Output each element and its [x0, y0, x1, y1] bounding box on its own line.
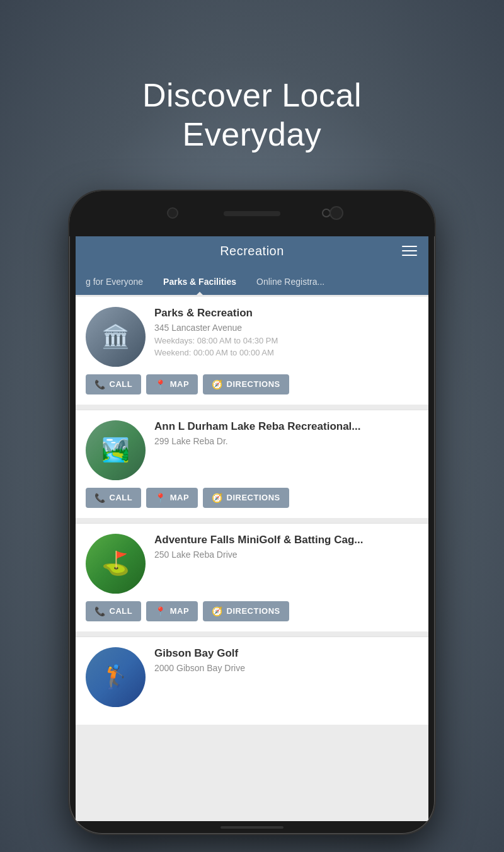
- map-label: MAP: [170, 379, 189, 389]
- location-address: 345 Lancaster Avenue: [154, 323, 418, 333]
- map-button[interactable]: 📍 MAP: [146, 374, 198, 394]
- location-name: Adventure Falls MiniGolf & Batting Cag..…: [154, 534, 418, 546]
- directions-icon: 🧭: [212, 606, 223, 616]
- phone-icon: 📞: [94, 493, 106, 503]
- phone-icon: 📞: [94, 606, 106, 616]
- tab-parks-label: Parks & Facilities: [163, 277, 236, 287]
- headline-line2: Everyday: [183, 116, 322, 153]
- list-item: Gibson Bay Golf 2000 Gibson Bay Drive: [76, 637, 428, 725]
- location-address: 250 Lake Reba Drive: [154, 550, 418, 560]
- directions-button[interactable]: 🧭 DIRECTIONS: [203, 488, 289, 508]
- list-item: Ann L Durham Lake Reba Recreational... 2…: [76, 410, 428, 518]
- directions-label: DIRECTIONS: [227, 493, 280, 502]
- location-actions: 📞 CALL 📍 MAP 🧭 DIRECTIONS: [86, 374, 418, 394]
- directions-label: DIRECTIONS: [227, 379, 280, 389]
- location-info: Adventure Falls MiniGolf & Batting Cag..…: [154, 534, 418, 561]
- map-label: MAP: [170, 493, 189, 502]
- directions-button[interactable]: 🧭 DIRECTIONS: [203, 601, 289, 621]
- home-indicator: [220, 826, 284, 829]
- call-button[interactable]: 📞 CALL: [86, 374, 141, 394]
- location-address: 2000 Gibson Bay Drive: [154, 663, 418, 673]
- phone-top-bar: [69, 191, 435, 236]
- map-button[interactable]: 📍 MAP: [146, 488, 198, 508]
- phone-icon: 📞: [94, 379, 106, 389]
- tab-parks-facilities[interactable]: Parks & Facilities: [153, 268, 246, 295]
- camera-right: [329, 206, 343, 220]
- location-name: Ann L Durham Lake Reba Recreational...: [154, 420, 418, 433]
- avatar: [86, 307, 146, 367]
- phone-screen: Recreation g for Everyone Parks & Facili…: [76, 234, 428, 821]
- tab-everyone-label: g for Everyone: [86, 277, 143, 287]
- location-actions: 📞 CALL 📍 MAP 🧭 DIRECTIONS: [86, 601, 418, 621]
- call-button[interactable]: 📞 CALL: [86, 601, 141, 621]
- headline: Discover Local Everyday: [142, 38, 362, 173]
- directions-icon: 🧭: [212, 379, 223, 389]
- phone-frame: Recreation g for Everyone Parks & Facili…: [69, 191, 435, 834]
- hamburger-line3: [402, 255, 417, 256]
- location-hours-weekday: Weekdays: 08:00 AM to 04:30 PM: [154, 335, 418, 347]
- headline-line1: Discover Local: [142, 77, 362, 113]
- hamburger-line2: [402, 250, 417, 251]
- location-actions: 📞 CALL 📍 MAP 🧭 DIRECTIONS: [86, 488, 418, 508]
- list-item: Parks & Recreation 345 Lancaster Avenue …: [76, 297, 428, 405]
- avatar: [86, 420, 146, 480]
- directions-icon: 🧭: [212, 493, 223, 503]
- directions-button[interactable]: 🧭 DIRECTIONS: [203, 374, 289, 394]
- list-item: Adventure Falls MiniGolf & Batting Cag..…: [76, 524, 428, 631]
- app-title: Recreation: [220, 244, 284, 258]
- location-info: Parks & Recreation 345 Lancaster Avenue …: [154, 307, 418, 359]
- location-info: Gibson Bay Golf 2000 Gibson Bay Drive: [154, 647, 418, 675]
- map-icon: 📍: [155, 379, 166, 389]
- location-address: 299 Lake Reba Dr.: [154, 436, 418, 446]
- call-button[interactable]: 📞 CALL: [86, 488, 141, 508]
- app-header: Recreation: [76, 234, 428, 268]
- content-area: Parks & Recreation 345 Lancaster Avenue …: [76, 297, 428, 821]
- map-icon: 📍: [155, 606, 166, 616]
- speaker: [224, 211, 280, 216]
- map-label: MAP: [170, 606, 189, 616]
- tab-bar: g for Everyone Parks & Facilities Online…: [76, 268, 428, 297]
- hamburger-menu[interactable]: [402, 246, 417, 256]
- location-hours-weekend: Weekend: 00:00 AM to 00:00 AM: [154, 347, 418, 359]
- call-label: CALL: [110, 493, 133, 502]
- location-name: Gibson Bay Golf: [154, 647, 418, 660]
- tab-online-label: Online Registra...: [256, 277, 324, 287]
- call-label: CALL: [110, 606, 133, 616]
- map-icon: 📍: [155, 493, 166, 503]
- avatar: [86, 647, 146, 707]
- tab-everyone[interactable]: g for Everyone: [76, 268, 153, 295]
- avatar: [86, 534, 146, 594]
- call-label: CALL: [110, 379, 133, 389]
- location-info: Ann L Durham Lake Reba Recreational... 2…: [154, 420, 418, 448]
- tab-online-reg[interactable]: Online Registra...: [246, 268, 335, 295]
- location-name: Parks & Recreation: [154, 307, 418, 320]
- hamburger-line1: [402, 246, 417, 247]
- map-button[interactable]: 📍 MAP: [146, 601, 198, 621]
- front-camera: [167, 207, 178, 219]
- directions-label: DIRECTIONS: [227, 606, 280, 616]
